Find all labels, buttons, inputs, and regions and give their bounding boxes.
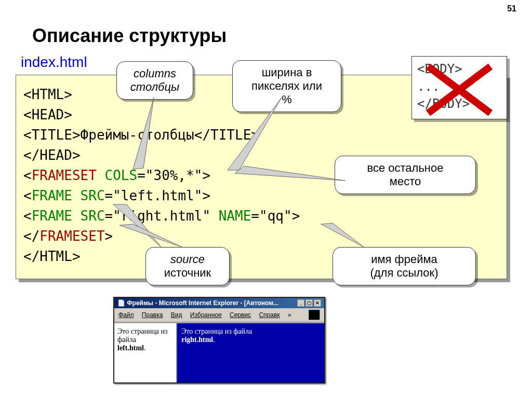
callout-columns: columns столбцы bbox=[116, 61, 193, 100]
menu-tools[interactable]: Сервис bbox=[230, 311, 251, 319]
frame-text: Это страница из файла bbox=[117, 327, 168, 344]
code-attr-src: SRC bbox=[81, 188, 105, 203]
frame-filename: right.html bbox=[181, 336, 213, 344]
body-tag-text: </BODY> bbox=[417, 95, 501, 113]
callout-text: ширина в bbox=[245, 66, 328, 79]
code-line: <HTML> bbox=[23, 87, 72, 102]
browser-frameset: Это страница из файла left.html. Это стр… bbox=[114, 322, 324, 382]
page-number: 51 bbox=[507, 4, 516, 13]
code-tag-frameset: FRAMESET bbox=[32, 168, 97, 183]
body-tag-text: ... bbox=[417, 78, 501, 96]
browser-title-bar: 📄 Фреймы - Microsoft Internet Explorer -… bbox=[114, 298, 324, 308]
minimize-button[interactable]: _ bbox=[297, 299, 304, 307]
callout-source: source источник bbox=[145, 247, 230, 285]
menu-edit[interactable]: Правка bbox=[142, 311, 163, 319]
callout-text: столбцы bbox=[129, 80, 180, 94]
callout-text: columns bbox=[129, 67, 180, 80]
callout-text: имя фрейма bbox=[345, 253, 463, 266]
code-bracket: < bbox=[23, 168, 32, 183]
browser-menu-bar: Файл Правка Вид Избранное Сервис Справк … bbox=[114, 308, 324, 322]
callout-text: источник bbox=[158, 266, 217, 280]
ie-logo-icon bbox=[309, 310, 320, 320]
code-line: </HEAD> bbox=[23, 147, 81, 163]
maximize-button[interactable]: ▢ bbox=[305, 299, 313, 307]
callout-text: все остальное bbox=[348, 161, 463, 175]
code-line: </HTML> bbox=[23, 249, 81, 264]
subtitle-filename: index.html bbox=[21, 54, 87, 71]
code-tag-frame: FRAME bbox=[32, 188, 72, 203]
menu-help[interactable]: Справк bbox=[259, 311, 280, 319]
browser-title-text: 📄 Фреймы - Microsoft Internet Explorer -… bbox=[117, 299, 278, 307]
callout-width: ширина в пикселях или % bbox=[232, 60, 341, 112]
code-text: Фреймы-столбцы bbox=[81, 127, 194, 143]
code-tag-frameset-close: FRAMESET bbox=[39, 228, 104, 244]
menu-file[interactable]: Файл bbox=[118, 311, 134, 319]
code-value: "left.html" bbox=[113, 188, 202, 203]
close-button[interactable]: ✕ bbox=[314, 299, 321, 307]
frame-text: Это страница из файла bbox=[181, 327, 252, 335]
code-value: "right.html" bbox=[113, 208, 210, 224]
code-line: <HEAD> bbox=[23, 107, 72, 122]
body-tag-crossed-box: <BODY> ... </BODY> bbox=[411, 56, 507, 119]
code-line: <TITLE> bbox=[23, 127, 81, 143]
menu-favorites[interactable]: Избранное bbox=[190, 311, 222, 319]
code-attr-name: NAME bbox=[219, 208, 251, 224]
code-attr-src: SRC bbox=[81, 208, 105, 224]
code-value: "qq" bbox=[259, 208, 292, 224]
callout-text: source bbox=[158, 253, 217, 266]
callout-frame-name: имя фрейма (для ссылок) bbox=[332, 247, 476, 285]
frame-filename: left.html bbox=[117, 344, 144, 352]
page-title: Описание структуры bbox=[32, 25, 227, 47]
menu-view[interactable]: Вид bbox=[171, 311, 182, 319]
code-value: "30%,*" bbox=[145, 168, 203, 183]
code-attr-cols: COLS bbox=[105, 168, 138, 183]
callout-remaining-space: все остальное место bbox=[335, 156, 476, 194]
frame-left: Это страница из файла left.html. bbox=[114, 323, 177, 382]
callout-text: место bbox=[348, 175, 463, 188]
callout-text: пикселях или % bbox=[245, 79, 328, 106]
code-line: </TITLE> bbox=[194, 127, 259, 143]
frame-right: Это страница из файла right.html. bbox=[177, 323, 324, 382]
browser-window: 📄 Фреймы - Microsoft Internet Explorer -… bbox=[113, 297, 325, 383]
callout-text: (для ссылок) bbox=[345, 266, 463, 280]
code-tag-frame: FRAME bbox=[32, 208, 72, 224]
body-tag-text: <BODY> bbox=[417, 61, 501, 78]
